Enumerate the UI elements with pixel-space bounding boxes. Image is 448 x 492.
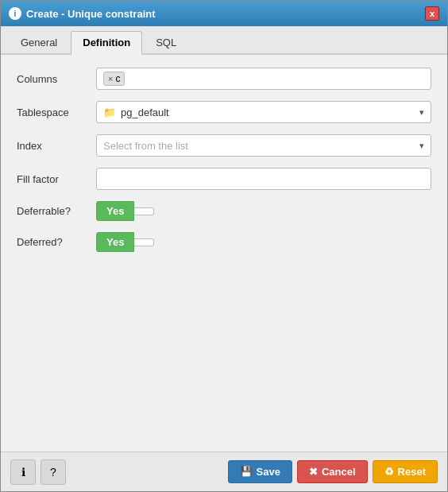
tag-close-icon[interactable]: ×	[108, 74, 113, 83]
help-button[interactable]: ?	[41, 459, 66, 485]
reset-label: Reset	[398, 466, 426, 478]
window-title: Create - Unique constraint	[26, 8, 156, 20]
columns-row: Columns × c	[17, 68, 431, 90]
index-placeholder: Select from the list	[103, 140, 188, 152]
tab-bar: General Definition SQL	[1, 26, 447, 55]
tablespace-row: Tablespace 📁 pg_default ▾	[17, 101, 431, 123]
column-tag: × c	[103, 72, 125, 86]
footer: ℹ ? 💾 Save ✖ Cancel ♻ Reset	[1, 451, 447, 491]
deferred-label: Deferred?	[17, 236, 96, 248]
deferred-toggle: Yes	[96, 232, 431, 252]
save-label: Save	[257, 466, 280, 478]
index-arrow-icon: ▾	[419, 141, 424, 151]
columns-field[interactable]: × c	[96, 68, 431, 90]
folder-icon: 📁	[103, 107, 116, 118]
deferred-yes-button[interactable]: Yes	[96, 232, 134, 252]
tab-definition[interactable]: Definition	[71, 31, 142, 55]
close-button[interactable]: x	[425, 6, 439, 21]
deferred-row: Deferred? Yes	[17, 232, 431, 252]
deferrable-yes-button[interactable]: Yes	[96, 201, 134, 221]
index-select[interactable]: Select from the list ▾	[96, 134, 431, 157]
window-icon: i	[9, 7, 21, 20]
deferrable-label: Deferrable?	[17, 205, 96, 217]
tablespace-select[interactable]: 📁 pg_default ▾	[96, 101, 431, 123]
fill-factor-label: Fill factor	[17, 173, 96, 185]
deferrable-row: Deferrable? Yes	[17, 201, 431, 221]
cancel-label: Cancel	[322, 466, 356, 478]
title-bar: i Create - Unique constraint x	[1, 1, 447, 26]
reset-button[interactable]: ♻ Reset	[373, 460, 438, 483]
tablespace-label: Tablespace	[17, 107, 96, 118]
index-row: Index Select from the list ▾	[17, 134, 431, 157]
deferrable-no-button[interactable]	[134, 207, 154, 215]
cancel-button[interactable]: ✖ Cancel	[297, 460, 368, 483]
tablespace-arrow-icon: ▾	[419, 107, 424, 118]
deferrable-toggle: Yes	[96, 201, 431, 221]
tablespace-value: pg_default	[121, 107, 169, 118]
cancel-icon: ✖	[309, 466, 318, 478]
window: i Create - Unique constraint x General D…	[0, 0, 448, 492]
tab-sql[interactable]: SQL	[144, 31, 188, 53]
save-button[interactable]: 💾 Save	[228, 460, 292, 483]
save-icon: 💾	[240, 466, 253, 478]
columns-label: Columns	[17, 73, 96, 85]
reset-icon: ♻	[384, 466, 394, 478]
fill-factor-input[interactable]	[96, 168, 431, 190]
tab-general[interactable]: General	[9, 31, 69, 53]
form-content: Columns × c Tablespace 📁 pg_default	[1, 55, 447, 451]
fill-factor-row: Fill factor	[17, 168, 431, 190]
deferred-no-button[interactable]	[134, 238, 154, 246]
tag-value: c	[115, 73, 120, 84]
info-button[interactable]: ℹ	[10, 459, 36, 485]
index-label: Index	[17, 140, 96, 152]
